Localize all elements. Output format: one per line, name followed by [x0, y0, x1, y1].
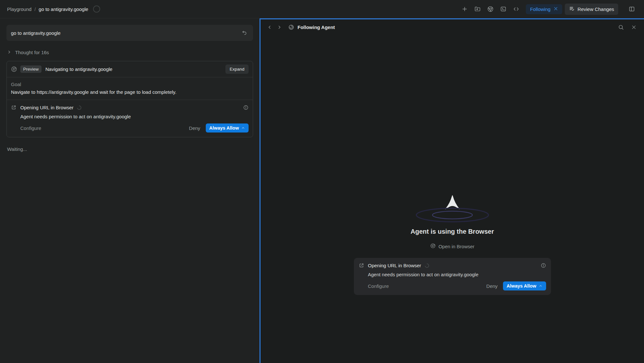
- restore-prompt-button[interactable]: [240, 28, 249, 38]
- always-allow-button[interactable]: Always Allow: [503, 281, 546, 290]
- deny-button[interactable]: Deny: [189, 125, 200, 131]
- review-changes-button[interactable]: Review Changes: [565, 4, 618, 15]
- breadcrumb-separator: /: [34, 6, 36, 12]
- breadcrumb-root[interactable]: Playground: [7, 6, 32, 12]
- thought-label: Thought for 16s: [15, 50, 49, 55]
- goal-label: Goal: [11, 82, 249, 87]
- panel-nav: [266, 22, 283, 32]
- thought-toggle[interactable]: Thought for 16s: [7, 50, 252, 55]
- tool-call-card: Opening URL in Browser Agent needs permi…: [354, 258, 551, 295]
- code-editor-button[interactable]: [511, 4, 521, 14]
- open-folder-button[interactable]: [472, 4, 483, 14]
- code-icon: [513, 6, 520, 12]
- following-agent-panel: Following Agent: [260, 18, 644, 363]
- logo-rings-icon: [414, 207, 491, 223]
- agent-spiral-icon: [288, 24, 294, 30]
- back-button[interactable]: [266, 22, 273, 32]
- breadcrumb-task-title: go to antigravity.google: [39, 6, 88, 12]
- open-in-browser-label: Open in Browser: [439, 244, 475, 249]
- plus-icon: [461, 6, 468, 12]
- subagent-card-header: Preview Navigating to antigravity.google…: [7, 61, 253, 77]
- external-link-icon: [11, 105, 16, 110]
- goal-section: Goal Navigate to https://antigravity.goo…: [7, 77, 253, 100]
- search-button[interactable]: [616, 22, 626, 32]
- preview-badge: Preview: [20, 65, 42, 73]
- always-allow-label: Always Allow: [507, 283, 536, 289]
- main-area: Thought for 16s Preview Navigating to an…: [0, 18, 644, 363]
- permission-message: Agent needs permission to act on antigra…: [368, 272, 546, 277]
- tool-call-section: Opening URL in Browser Agent needs permi…: [7, 100, 253, 137]
- topbar-actions: Following Review Changes: [459, 4, 637, 15]
- loader-arc-icon: [77, 105, 82, 110]
- tool-call-title: Opening URL in Browser: [20, 105, 73, 110]
- browser-status-stack: Agent is using the Browser Open in Brows…: [260, 194, 644, 295]
- terminal-icon: [500, 6, 507, 12]
- tool-call-header: Opening URL in Browser: [359, 263, 546, 268]
- conversation-panel: Thought for 16s Preview Navigating to an…: [0, 18, 260, 363]
- following-tab[interactable]: Following: [526, 4, 562, 14]
- folder-import-icon: [474, 6, 481, 12]
- new-task-button[interactable]: [459, 4, 470, 14]
- subagent-title: Navigating to antigravity.google: [45, 66, 112, 72]
- configure-link[interactable]: Configure: [20, 125, 41, 131]
- browser-subagent-card: Preview Navigating to antigravity.google…: [6, 61, 253, 137]
- top-bar: Playground / go to antigravity.google: [0, 0, 644, 18]
- chrome-icon: [430, 243, 436, 250]
- panel-header-actions: [616, 22, 639, 32]
- split-view-icon: [629, 6, 635, 12]
- tool-call-header: Opening URL in Browser: [11, 105, 249, 110]
- expand-button[interactable]: Expand: [225, 64, 249, 74]
- always-allow-label: Always Allow: [209, 125, 239, 131]
- waiting-status: Waiting...: [7, 146, 253, 152]
- close-following-icon[interactable]: [554, 6, 558, 12]
- chrome-icon: [487, 6, 494, 12]
- prompt-box[interactable]: [6, 25, 253, 41]
- panel-body: Agent is using the Browser Open in Brows…: [260, 35, 644, 363]
- panel-header: Following Agent: [260, 19, 644, 35]
- always-allow-button[interactable]: Always Allow: [206, 123, 249, 132]
- list-check-icon: [569, 6, 575, 13]
- toggle-layout-button[interactable]: [627, 4, 637, 14]
- search-icon: [618, 24, 624, 30]
- browser-status-headline: Agent is using the Browser: [411, 228, 494, 235]
- permission-actions: Configure Deny Always Allow: [368, 281, 546, 290]
- external-link-icon: [359, 263, 364, 268]
- tool-call-title: Opening URL in Browser: [368, 263, 421, 268]
- chevron-right-icon: [7, 50, 11, 55]
- permission-actions: Configure Deny Always Allow: [20, 123, 249, 132]
- open-in-browser-button[interactable]: Open in Browser: [430, 243, 475, 250]
- prompt-input[interactable]: [11, 30, 240, 36]
- chrome-icon: [11, 66, 17, 72]
- loader-arc-icon: [424, 263, 430, 268]
- task-loading-spinner-icon: [93, 5, 100, 13]
- review-changes-label: Review Changes: [578, 6, 614, 12]
- undo-icon: [242, 30, 247, 36]
- permission-message: Agent needs permission to act on antigra…: [20, 114, 249, 119]
- following-label: Following: [530, 6, 550, 12]
- forward-button[interactable]: [275, 22, 283, 32]
- deny-button[interactable]: Deny: [486, 283, 497, 289]
- configure-link[interactable]: Configure: [368, 283, 389, 289]
- info-icon[interactable]: [243, 105, 249, 110]
- panel-title: Following Agent: [298, 25, 335, 30]
- app-window: Playground / go to antigravity.google: [0, 0, 644, 363]
- open-terminal-button[interactable]: [498, 4, 508, 14]
- chevron-right-icon: [277, 25, 282, 30]
- chevron-up-icon[interactable]: [539, 284, 543, 288]
- chevron-left-icon: [267, 25, 272, 30]
- close-icon: [631, 25, 637, 30]
- chevron-up-icon[interactable]: [241, 126, 245, 130]
- goal-text: Navigate to https://antigravity.google a…: [11, 89, 249, 95]
- close-panel-button[interactable]: [629, 22, 639, 32]
- info-icon[interactable]: [541, 263, 546, 268]
- open-browser-button[interactable]: [485, 4, 496, 14]
- breadcrumb: Playground / go to antigravity.google: [7, 5, 100, 13]
